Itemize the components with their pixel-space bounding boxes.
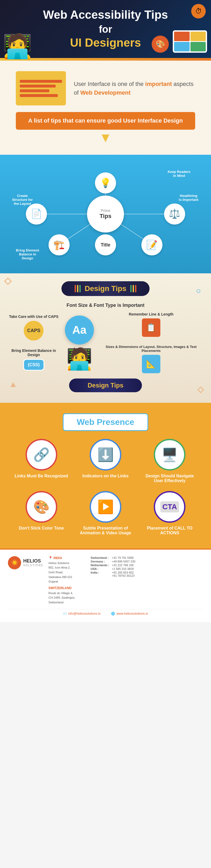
helios-icon: ☀️ xyxy=(8,556,21,569)
contact-country-4: USA : xyxy=(91,567,109,570)
contact-country-2: Germany : xyxy=(91,560,109,563)
wp-icon-indicators: ⬇️ xyxy=(90,439,121,470)
contact-phone-1: +41 79 791 5956 xyxy=(112,556,203,559)
multitasking-figure: 🧑‍💻 xyxy=(66,348,93,370)
footer-address-cols: 📍 INDIA Helios Solutions 802, Icon Atria… xyxy=(49,556,203,605)
design-tips-bottom-label: Design Tips xyxy=(88,382,123,389)
tip-label-headlining: Headlining is Important xyxy=(177,194,201,202)
laptop-line-2 xyxy=(20,85,56,88)
web-presence-title: Web Presence xyxy=(8,413,203,431)
contact-country-1: Switzerland : xyxy=(91,556,109,559)
color-icon: 🎨 xyxy=(33,499,50,515)
prime-label-top: Prime xyxy=(101,209,111,213)
helios-company-name: HELIOS xyxy=(23,559,43,564)
design-tips-header: Design Tips xyxy=(5,281,206,296)
globe-icon: 🌐 xyxy=(111,612,115,616)
wp-card-cta: CTA Placement of CALL TO ACTIONS xyxy=(142,491,198,535)
prime-tips-section: Prime Tips 💡 Keep Readers in Mind 📄 Crea… xyxy=(0,155,211,273)
aa-circle: Aa xyxy=(65,315,94,344)
sizes-dimensions-label: Sizes & Dimensions of Layout, Structure,… xyxy=(96,345,206,353)
indicators-icon: ⬇️ xyxy=(97,447,114,462)
footer-inner: ☀️ HELIOS SOLUTIONS 📍 INDIA Helios Solut… xyxy=(8,556,203,605)
laptop-line-3 xyxy=(20,89,49,92)
tip-bubble-bottom-right: 📝 xyxy=(141,234,162,255)
prime-label-main: Tips xyxy=(100,213,112,220)
footer-bottom-links: ✉️ info@heliossolutions.in 🌐 www.helioss… xyxy=(8,609,203,616)
email-icon: ✉️ xyxy=(63,612,67,616)
font-size-tip-label: Font Size & Font Type is Important xyxy=(5,303,206,308)
footer-logo: ☀️ HELIOS SOLUTIONS xyxy=(8,556,43,569)
laptop-line-4 xyxy=(20,94,58,97)
india-address: Helios Solutions 802, Icon Atria-2, Gotr… xyxy=(49,561,86,584)
design-tips-row1: Take Care with Use of CAPS CAPS Bring El… xyxy=(5,312,206,373)
title-bar-right-stripes xyxy=(130,285,137,292)
switzerland-col: SWITZERLAND Route du Village 4, CH-1066,… xyxy=(49,586,86,605)
title-bar-left-stripes xyxy=(74,285,81,292)
sizes-dimensions-group: Sizes & Dimensions of Layout, Structure,… xyxy=(96,345,206,373)
remember-line-label: Remember Line & Length xyxy=(96,312,206,316)
wp-card-color-tone: 🎨 Don't Stick Color Tone xyxy=(13,491,69,535)
stripe-2 xyxy=(77,285,78,292)
switzerland-address: Route du Village 4, CH-1066, Epalinges, … xyxy=(49,591,86,605)
tip-label-keep-readers: Keep Readers in Mind xyxy=(167,170,191,178)
tip-label-bring-element: Bring Element Balance in Design xyxy=(14,248,41,260)
footer-contacts-col: Switzerland : +41 79 791 5956 Germany : … xyxy=(91,556,203,605)
web-presence-title-text: Web Presence xyxy=(77,417,134,427)
contact-phone-4: +1 585 310 3829 xyxy=(112,567,203,570)
wp-icon-color: 🎨 xyxy=(26,491,57,523)
links-icon: 🔗 xyxy=(33,447,50,462)
laptop-illustration xyxy=(16,71,66,105)
email-link[interactable]: ✉️ info@heliossolutions.in xyxy=(63,612,101,616)
intro-banner: A list of tips that can ensure good User… xyxy=(16,112,195,130)
wp-label-animation: Subtle Presentation of Animation & Video… xyxy=(77,526,133,535)
contact-country-3: Netherlands : xyxy=(91,563,109,567)
design-tips-section: Design Tips Font Size & Font Type is Imp… xyxy=(0,273,211,403)
remember-line-group: Remember Line & Length 📋 xyxy=(96,312,206,337)
laptop-line-1 xyxy=(20,80,62,83)
design-tips-bottom-bar: Design Tips xyxy=(5,378,206,392)
stripe-6 xyxy=(135,285,137,292)
tip-bubble-title: Title xyxy=(95,234,116,255)
decor-circle-1 xyxy=(197,289,201,293)
web-presence-title-box: Web Presence xyxy=(63,413,148,431)
design-tips-right: Remember Line & Length 📋 Sizes & Dimensi… xyxy=(96,312,206,373)
helios-text-block: HELIOS SOLUTIONS xyxy=(23,559,43,567)
footer-section: ☀️ HELIOS SOLUTIONS 📍 INDIA Helios Solut… xyxy=(0,549,211,622)
hero-title: Web Accessibility Tips for UI Designers xyxy=(5,8,206,50)
take-care-label: Take Care with Use of CAPS xyxy=(5,314,62,319)
stripe-1 xyxy=(74,285,76,292)
contact-phone-3: +31 222 788 105 xyxy=(112,563,203,567)
stripe-5 xyxy=(133,285,134,292)
bring-element-group: Bring Element Balance in Design {CSS} xyxy=(5,348,62,371)
remember-line-icon: 📋 xyxy=(142,318,160,337)
switzerland-title: SWITZERLAND xyxy=(49,586,86,590)
wp-card-navigate: 🖥️ Design Should Navigate User Effective… xyxy=(142,439,198,483)
intro-text: User Interface is one of the important a… xyxy=(74,80,195,97)
decor-triangle-1 xyxy=(10,382,16,387)
wp-card-links-recognized: 🔗 Links Must Be Recognized xyxy=(13,439,69,483)
india-title: 📍 INDIA xyxy=(49,556,86,560)
wp-icon-cta: CTA xyxy=(154,491,185,523)
wp-label-indicators: Indicators on the Links xyxy=(82,474,128,478)
contact-phone-2: +49 899 5457 230 xyxy=(112,560,203,563)
wp-icon-animation: ▶️ xyxy=(90,491,121,523)
wp-card-animation: ▶️ Subtle Presentation of Animation & Vi… xyxy=(77,491,133,535)
prime-tips-diagram: Prime Tips 💡 Keep Readers in Mind 📄 Crea… xyxy=(10,168,201,260)
stripe-4 xyxy=(130,285,131,292)
tip-label-create-structure: Create Structure for the Layout xyxy=(10,194,34,206)
sizes-icon: 📐 xyxy=(142,355,160,373)
web-presence-grid: 🔗 Links Must Be Recognized ⬇️ Indicators… xyxy=(13,439,198,535)
website-link[interactable]: 🌐 www.heliossolutions.in xyxy=(111,612,148,616)
wp-label-cta: Placement of CALL TO ACTIONS xyxy=(142,526,198,535)
cta-label-icon: CTA xyxy=(160,501,179,513)
take-care-caps-group: Take Care with Use of CAPS CAPS xyxy=(5,314,62,341)
web-presence-section: Web Presence 🔗 Links Must Be Recognized … xyxy=(0,403,211,549)
navigate-icon: 🖥️ xyxy=(161,447,178,462)
wp-label-navigate: Design Should Navigate User Effectively xyxy=(142,474,198,483)
design-tips-bottom-title: Design Tips xyxy=(69,378,142,392)
location-icon-india: 📍 xyxy=(49,556,53,560)
design-tips-left: Take Care with Use of CAPS CAPS Bring El… xyxy=(5,314,62,371)
caps-bubble: CAPS xyxy=(24,321,43,341)
footer-india-col: 📍 INDIA Helios Solutions 802, Icon Atria… xyxy=(49,556,86,605)
contact-phone-5: +91 265 653 602 +91 78763 30123 xyxy=(112,571,203,577)
